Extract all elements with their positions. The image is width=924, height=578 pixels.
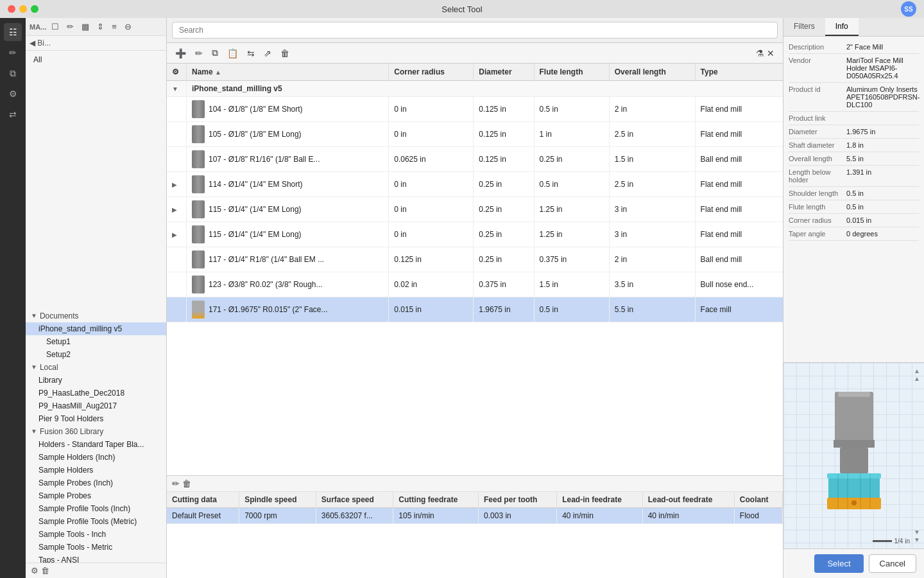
scroll-up-btn[interactable]: ▲	[914, 368, 920, 374]
panel-list-btn[interactable]: ≡	[109, 21, 119, 33]
panel-edit-btn[interactable]: ✏	[64, 21, 76, 33]
row-name-cell: 123 - Ø3/8" R0.02" (3/8" Rough...	[187, 272, 389, 297]
tree-item[interactable]: Sample Tools - Inch	[26, 528, 166, 541]
tree-item[interactable]: Sample Probes	[26, 489, 166, 502]
col-settings[interactable]: ⚙	[167, 64, 187, 81]
cutting-delete-btn[interactable]: 🗑	[182, 478, 191, 489]
sidebar-icon-edit[interactable]: ✏	[4, 44, 22, 62]
user-avatar[interactable]: SS	[901, 1, 916, 17]
col-flute-length[interactable]: Flute length	[534, 64, 609, 81]
tree-item[interactable]: Sample Holders	[26, 464, 166, 477]
table-row[interactable]: ▶ 115 - Ø1/4" (1/4" EM Long) 0 in 0.25 i…	[167, 222, 783, 247]
col-overall-length[interactable]: Overall length	[609, 64, 695, 81]
scroll-down-btn[interactable]: ▼	[914, 529, 920, 536]
tree-item[interactable]: Holders - Standard Taper Bla...	[26, 438, 166, 451]
row-diameter: 0.25 in	[474, 247, 534, 272]
tree-item[interactable]: Sample Tools - Metric	[26, 541, 166, 554]
sidebar-icon-nav[interactable]: ⇄	[4, 105, 22, 123]
table-row[interactable]: 123 - Ø3/8" R0.02" (3/8" Rough... 0.02 i…	[167, 272, 783, 297]
tree-item[interactable]: Sample Profile Tools (Metric)	[26, 515, 166, 528]
row-expand-cell[interactable]: ▶	[167, 197, 187, 222]
tree-item-all[interactable]: All	[26, 53, 166, 66]
tab-info[interactable]: Info	[825, 18, 859, 36]
panel-trash-btn[interactable]: 🗑	[41, 566, 49, 575]
table-row[interactable]: 105 - Ø1/8" (1/8" EM Long) 0 in 0.125 in…	[167, 122, 783, 147]
panel-merge-btn[interactable]: ⊖	[122, 21, 134, 33]
cancel-button[interactable]: Cancel	[869, 554, 916, 573]
panel-settings-btn[interactable]: ⚙	[31, 566, 38, 575]
minimize-button[interactable]	[19, 5, 27, 13]
cut-col-fpt: Feed per tooth	[479, 492, 557, 508]
col-type[interactable]: Type	[695, 64, 783, 81]
tree-item[interactable]: ▼ Local	[26, 361, 166, 374]
table-row[interactable]: 104 - Ø1/8" (1/8" EM Short) 0 in 0.125 i…	[167, 97, 783, 122]
tree-item[interactable]: Sample Probes (Inch)	[26, 477, 166, 489]
panel-new-btn[interactable]: ☐	[49, 21, 62, 33]
row-expand-cell[interactable]	[167, 97, 187, 122]
panel-expand-btn[interactable]: ⇕	[94, 21, 107, 33]
tab-filters[interactable]: Filters	[783, 18, 825, 36]
table-row[interactable]: ▶ 115 - Ø1/4" (1/4" EM Long) 0 in 0.25 i…	[167, 197, 783, 222]
window-controls[interactable]	[8, 5, 38, 13]
preview-scroll[interactable]: ▲ ▲ ▼ ▼	[912, 368, 921, 543]
row-expand-cell[interactable]	[167, 247, 187, 272]
row-corner-radius: 0.02 in	[389, 272, 474, 297]
row-expand-cell[interactable]: ▶	[167, 172, 187, 197]
edit-tool-btn[interactable]: ✏	[192, 46, 206, 60]
row-expand-cell[interactable]	[167, 122, 187, 147]
tree-item[interactable]: Taps - ANSI	[26, 554, 166, 563]
search-input[interactable]	[172, 22, 778, 39]
expand-icon[interactable]: ▼	[172, 85, 178, 92]
tree-item[interactable]: ▼ Fusion 360 Library	[26, 425, 166, 438]
cutting-edit-btn[interactable]: ✏	[172, 478, 180, 489]
tree-item[interactable]: Pier 9 Tool Holders	[26, 412, 166, 425]
tree-item[interactable]: Setup2	[26, 348, 166, 361]
cutting-data-area: ✏ 🗑 Cutting data Spindle speed Surface s…	[167, 475, 783, 578]
row-expand-icon[interactable]: ▶	[172, 206, 177, 213]
tree-item[interactable]: P9_HaasMill_Aug2017	[26, 399, 166, 412]
row-expand-cell[interactable]	[167, 147, 187, 172]
scroll-up2-btn[interactable]: ▲	[914, 376, 920, 382]
table-row[interactable]: ▶ 114 - Ø1/4" (1/4" EM Short) 0 in 0.25 …	[167, 172, 783, 197]
tree-item[interactable]: Sample Holders (Inch)	[26, 451, 166, 464]
col-diameter[interactable]: Diameter	[474, 64, 534, 81]
info-label: Diameter	[789, 128, 846, 136]
sidebar-icon-copy[interactable]: ⧉	[4, 64, 22, 82]
cutting-data-row[interactable]: Default Preset 7000 rpm 3605.63207 f... …	[167, 508, 783, 524]
select-button[interactable]: Select	[814, 554, 863, 573]
table-row[interactable]: 117 - Ø1/4" R1/8" (1/4" Ball EM ... 0.12…	[167, 247, 783, 272]
scroll-down2-btn[interactable]: ▼	[914, 537, 920, 543]
panel-back-btn[interactable]: ◀ Bi...	[30, 39, 51, 48]
sidebar-icon-main[interactable]: ☷	[4, 23, 22, 41]
row-expand-cell[interactable]	[167, 272, 187, 297]
paste-tool-btn[interactable]: 📋	[224, 46, 241, 60]
svg-rect-5	[827, 473, 881, 478]
move-tool-btn[interactable]: ⇆	[244, 46, 258, 60]
row-name-cell: 114 - Ø1/4" (1/4" EM Short)	[187, 172, 389, 197]
info-label: Flute length	[789, 203, 846, 211]
tree-item[interactable]: iPhone_stand_milling v5	[26, 322, 166, 335]
add-tool-btn[interactable]: ➕	[172, 46, 189, 60]
col-corner-radius[interactable]: Corner radius	[389, 64, 474, 81]
row-expand-icon[interactable]: ▶	[172, 181, 177, 188]
tree-item[interactable]: Library	[26, 374, 166, 387]
sidebar-icon-settings[interactable]: ⚙	[4, 85, 22, 103]
cut-col-spindle: Spindle speed	[239, 492, 316, 508]
row-expand-icon[interactable]: ▶	[172, 231, 177, 238]
filter-btn[interactable]: ⚗ ✕	[753, 46, 778, 60]
table-row[interactable]: 107 - Ø1/8" R1/16" (1/8" Ball E... 0.062…	[167, 147, 783, 172]
panel-grid-btn[interactable]: ▩	[79, 21, 92, 33]
row-expand-cell[interactable]: ▶	[167, 222, 187, 247]
tree-item[interactable]: Setup1	[26, 335, 166, 348]
reorder-btn[interactable]: ⇗	[261, 46, 275, 60]
maximize-button[interactable]	[31, 5, 38, 13]
copy-tool-btn[interactable]: ⧉	[209, 46, 221, 60]
row-expand-cell[interactable]	[167, 297, 187, 322]
col-name[interactable]: Name ▲	[187, 64, 389, 81]
close-button[interactable]	[8, 5, 15, 13]
tree-item[interactable]: ▼ Documents	[26, 310, 166, 322]
tree-item[interactable]: P9_HaasLathe_Dec2018	[26, 387, 166, 399]
tree-item[interactable]: Sample Profile Tools (Inch)	[26, 502, 166, 515]
delete-tool-btn[interactable]: 🗑	[277, 46, 293, 60]
table-row[interactable]: 171 - Ø1.9675" R0.015" (2" Face... 0.015…	[167, 297, 783, 322]
